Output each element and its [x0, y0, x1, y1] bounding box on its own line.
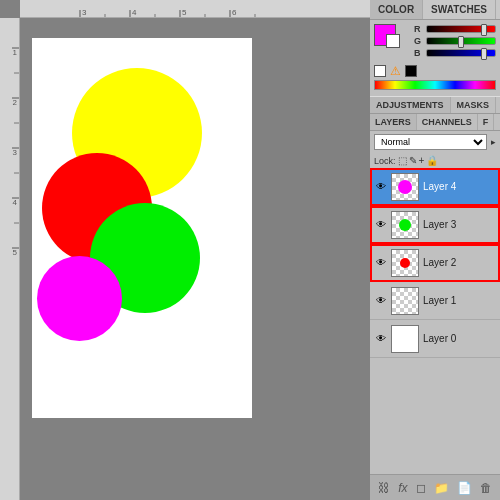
lock-pixel-icon[interactable]: ⬚: [398, 155, 407, 166]
ruler-ticks-v: [0, 18, 20, 500]
eye-icon[interactable]: 👁: [374, 180, 388, 194]
right-panel: COLOR SWATCHES R G: [370, 0, 500, 500]
small-black-swatch[interactable]: [405, 65, 417, 77]
eye-icon[interactable]: 👁: [374, 294, 388, 308]
ruler-top: 3 4 5 6: [20, 0, 370, 18]
r-label: R: [414, 24, 424, 34]
layer-thumbnail: [391, 287, 419, 315]
layers-list: 👁 Layer 4 👁 Layer 3 👁: [370, 168, 500, 474]
layer-item[interactable]: 👁 Layer 0: [370, 320, 500, 358]
layer-name: Layer 4: [423, 181, 496, 192]
blend-mode-select[interactable]: Normal Multiply Screen: [374, 134, 487, 150]
new-layer-button[interactable]: 📄: [457, 481, 472, 495]
lock-lock-icon[interactable]: 🔒: [426, 155, 438, 166]
layers-controls: Normal Multiply Screen ▸: [370, 131, 500, 153]
color-spectrum[interactable]: [374, 80, 496, 90]
tab-f[interactable]: F: [478, 114, 495, 130]
layer-name: Layer 3: [423, 219, 496, 230]
eye-icon[interactable]: 👁: [374, 332, 388, 346]
new-group-button[interactable]: 📁: [434, 481, 449, 495]
r-slider[interactable]: [426, 25, 496, 33]
color-panel: R G B: [370, 20, 500, 96]
g-label: G: [414, 36, 424, 46]
layer-thumbnail: [391, 211, 419, 239]
r-slider-row: R: [414, 24, 496, 34]
color-swatches-tabs: COLOR SWATCHES: [370, 0, 500, 20]
eye-icon[interactable]: 👁: [374, 218, 388, 232]
g-slider[interactable]: [426, 37, 496, 45]
g-thumb[interactable]: [458, 36, 464, 48]
add-mask-button[interactable]: ◻: [416, 481, 426, 495]
ruler-ticks-h: [20, 0, 370, 18]
b-label: B: [414, 48, 424, 58]
opacity-label: ▸: [491, 137, 496, 147]
b-slider-row: B: [414, 48, 496, 58]
delete-layer-button[interactable]: 🗑: [480, 481, 492, 495]
tab-channels[interactable]: CHANNELS: [417, 114, 478, 130]
b-slider[interactable]: [426, 49, 496, 57]
lock-row: Lock: ⬚ ✎ + 🔒: [370, 153, 500, 168]
layers-footer: ⛓ fx ◻ 📁 📄 🗑: [370, 474, 500, 500]
ruler-left: 1 2 3 4 5: [0, 18, 20, 500]
layer-thumbnail: [391, 325, 419, 353]
eye-icon[interactable]: 👁: [374, 256, 388, 270]
tab-masks[interactable]: MASKS: [451, 97, 497, 113]
background-swatch[interactable]: [386, 34, 400, 48]
lock-label: Lock:: [374, 156, 396, 166]
warning-icon: ⚠: [390, 64, 401, 78]
layer-name: Layer 0: [423, 333, 496, 344]
layers-channels-tabs: LAYERS CHANNELS F: [370, 114, 500, 131]
adjustments-masks-tabs: ADJUSTMENTS MASKS: [370, 96, 500, 114]
circle-magenta: [37, 256, 122, 341]
layer-item[interactable]: 👁 Layer 4: [370, 168, 500, 206]
tab-swatches[interactable]: SWATCHES: [423, 0, 496, 19]
lock-all-icon[interactable]: +: [419, 155, 425, 166]
tab-layers[interactable]: LAYERS: [370, 114, 417, 130]
layer-name: Layer 1: [423, 295, 496, 306]
layer-thumbnail: [391, 173, 419, 201]
lock-position-icon[interactable]: ✎: [409, 155, 417, 166]
tab-adjustments[interactable]: ADJUSTMENTS: [370, 97, 451, 113]
layer-name: Layer 2: [423, 257, 496, 268]
layer-thumbnail: [391, 249, 419, 277]
document-canvas: [32, 38, 252, 418]
b-thumb[interactable]: [481, 48, 487, 60]
g-slider-row: G: [414, 36, 496, 46]
small-white-swatch[interactable]: [374, 65, 386, 77]
canvas-area: 3 4 5 6 1 2 3 4 5: [0, 0, 370, 500]
r-thumb[interactable]: [481, 24, 487, 36]
fx-button[interactable]: fx: [398, 481, 407, 495]
link-layers-button[interactable]: ⛓: [378, 481, 390, 495]
layer-item[interactable]: 👁 Layer 3: [370, 206, 500, 244]
layer-item[interactable]: 👁 Layer 2: [370, 244, 500, 282]
layer-item[interactable]: 👁 Layer 1: [370, 282, 500, 320]
tab-color[interactable]: COLOR: [370, 0, 423, 19]
